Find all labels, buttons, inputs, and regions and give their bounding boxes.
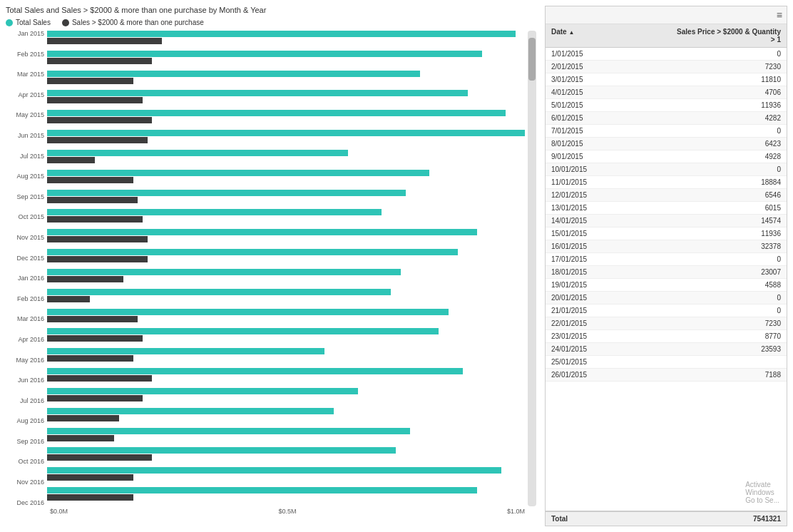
dark-bar xyxy=(47,415,119,421)
table-cell-date: 1/01/2015 xyxy=(546,48,666,60)
dark-bar xyxy=(47,177,133,183)
bar-row xyxy=(47,90,525,109)
y-label: Dec 2016 xyxy=(6,500,44,506)
teal-bar xyxy=(47,487,477,493)
dark-bar xyxy=(47,97,143,103)
teal-bar-wrap xyxy=(47,467,525,474)
y-label: Oct 2016 xyxy=(6,459,44,465)
teal-bar-wrap xyxy=(47,71,525,77)
dark-bar-wrap xyxy=(47,216,525,222)
dark-bar-wrap xyxy=(47,78,525,84)
dark-bar-wrap xyxy=(47,236,525,242)
table-cell-value: 0 xyxy=(666,163,787,175)
teal-bar-wrap xyxy=(47,90,525,96)
teal-bar xyxy=(47,467,501,474)
dark-bar-wrap xyxy=(47,276,525,282)
teal-bar xyxy=(47,388,358,394)
table-cell-value: 0 xyxy=(666,125,787,137)
dark-bar-wrap xyxy=(47,117,525,123)
teal-bar-wrap xyxy=(47,209,525,215)
teal-bar xyxy=(47,190,406,196)
table-cell-date: 6/01/2015 xyxy=(546,112,666,124)
dark-bar-wrap xyxy=(47,157,525,163)
chart-legend: Total Sales Sales > $2000 & more than on… xyxy=(6,19,536,26)
teal-bar-wrap xyxy=(47,328,525,334)
table-cell-date: 8/01/2015 xyxy=(546,138,666,150)
table-cell-value: 7230 xyxy=(666,317,787,329)
table-row: 8/01/20156423 xyxy=(546,138,787,150)
table-cell-value: 0 xyxy=(666,253,787,265)
table-menu-icon[interactable]: ≡ xyxy=(777,9,782,21)
dark-bar xyxy=(47,58,152,64)
dark-bar-wrap xyxy=(47,335,525,342)
dark-bar-wrap xyxy=(47,38,525,44)
bar-row xyxy=(47,170,525,189)
table-cell-date: 11/01/2015 xyxy=(546,176,666,188)
chart-title: Total Sales and Sales > $2000 & more tha… xyxy=(6,6,536,14)
teal-bar-wrap xyxy=(47,368,525,374)
y-label: Jun 2016 xyxy=(6,377,44,384)
dark-bar-wrap xyxy=(47,355,525,362)
bar-row xyxy=(47,190,525,209)
table-cell-value: 18884 xyxy=(666,176,787,188)
dark-bar-wrap xyxy=(47,435,525,441)
table-cell-date: 13/01/2015 xyxy=(546,202,666,214)
table-row: 15/01/201511936 xyxy=(546,227,787,240)
y-label: Nov 2016 xyxy=(6,479,44,486)
teal-bar-wrap xyxy=(47,190,525,196)
table-cell-value: 23007 xyxy=(666,266,787,278)
y-label: Dec 2015 xyxy=(6,255,44,262)
bar-row xyxy=(47,289,525,308)
table-row: 11/01/201518884 xyxy=(546,176,787,189)
y-label: Feb 2015 xyxy=(6,51,44,58)
dark-bar-wrap xyxy=(47,454,525,461)
bar-row xyxy=(47,130,525,149)
legend-label-filtered: Sales > $2000 & more than one purchase xyxy=(72,19,204,26)
teal-bar xyxy=(47,328,439,334)
teal-bar xyxy=(47,90,468,96)
table-cell-date: 22/01/2015 xyxy=(546,317,666,329)
y-label: Mar 2016 xyxy=(6,316,44,322)
table-row: 20/01/20150 xyxy=(546,292,787,305)
dark-bar-wrap xyxy=(47,316,525,322)
table-cell-value: 6546 xyxy=(666,189,787,201)
table-body: 1/01/201502/01/201572303/01/2015118104/0… xyxy=(546,48,787,511)
y-label: Apr 2015 xyxy=(6,92,44,98)
bar-row xyxy=(47,388,525,407)
table-cell-value: 0 xyxy=(666,48,787,60)
dark-bar xyxy=(47,236,148,242)
table-cell-value: 32378 xyxy=(666,240,787,252)
y-label: May 2015 xyxy=(6,112,44,118)
bar-row xyxy=(47,229,525,248)
teal-bar xyxy=(47,110,506,116)
teal-bar-wrap xyxy=(47,269,525,275)
dark-bar xyxy=(47,355,133,362)
table-cell-value: 11936 xyxy=(666,227,787,240)
bar-row xyxy=(47,249,525,268)
dark-bar-wrap xyxy=(47,296,525,302)
y-label: Oct 2015 xyxy=(6,214,44,220)
teal-bar-wrap xyxy=(47,289,525,295)
y-label: Jul 2016 xyxy=(6,398,44,404)
y-label: Aug 2016 xyxy=(6,418,44,424)
dark-bar xyxy=(47,296,90,302)
table-cell-date: 12/01/2015 xyxy=(546,189,666,201)
bar-row xyxy=(47,269,525,288)
dark-bar xyxy=(47,256,148,262)
table-row: 3/01/201511810 xyxy=(546,73,787,86)
scrollbar-thumb[interactable] xyxy=(528,38,536,81)
sort-arrow[interactable]: ▲ xyxy=(568,29,574,36)
bar-row xyxy=(47,368,525,387)
y-label: Feb 2016 xyxy=(6,296,44,302)
teal-bar-wrap xyxy=(47,130,525,136)
chart-scrollbar[interactable] xyxy=(528,31,536,506)
chart-area: Jan 2015Feb 2015Mar 2015Apr 2015May 2015… xyxy=(6,31,536,506)
teal-bar-wrap xyxy=(47,150,525,156)
bar-row xyxy=(47,408,525,427)
table-row: 5/01/201511936 xyxy=(546,99,787,112)
table-row: 1/01/20150 xyxy=(546,48,787,61)
teal-bar-wrap xyxy=(47,447,525,454)
data-table: ≡ Date ▲ Sales Price > $2000 & Quantity … xyxy=(545,6,787,526)
table-cell-value: 7230 xyxy=(666,61,787,73)
table-cell-date: 2/01/2015 xyxy=(546,61,666,73)
